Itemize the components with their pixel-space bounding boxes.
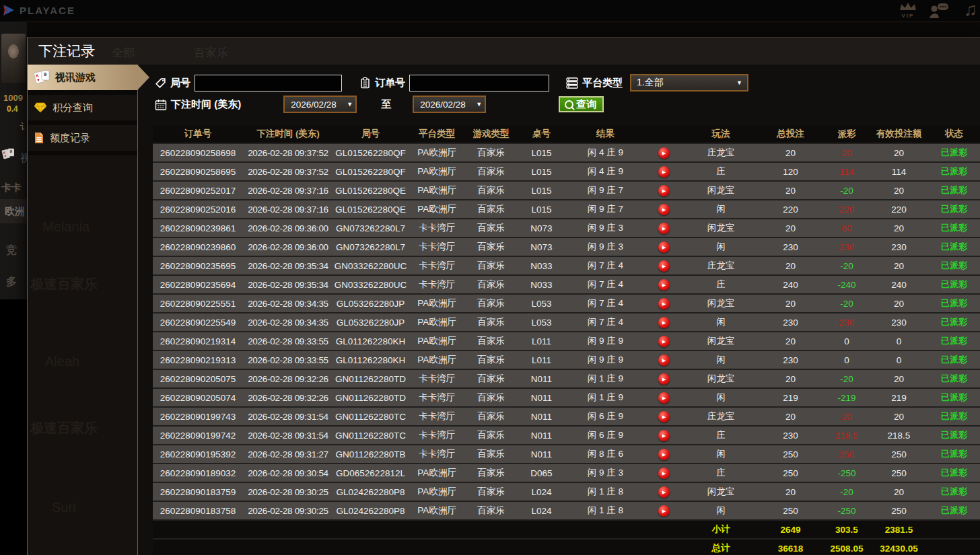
cell-table-no: N073 — [516, 238, 567, 256]
replay-button[interactable]: ▶ — [658, 430, 670, 441]
replay-button[interactable]: ▶ — [658, 486, 670, 498]
cell-status: 已派彩 — [927, 182, 980, 199]
date-from-select[interactable]: 2026/02/28 ▼ — [283, 96, 357, 113]
cell-bet-time: 2026-02-28 09:36:00 — [243, 219, 333, 237]
cell-platform: PA欧洲厅 — [408, 295, 466, 312]
sidebar-item-credit-records[interactable]: 额度记录 — [28, 125, 137, 151]
table-row: 260228090235694 2026-02-28 09:35:34 GN03… — [153, 276, 980, 295]
cell-status: 已派彩 — [927, 200, 980, 218]
cell-round-id: GN033262280UC — [333, 276, 408, 293]
cell-result: 闲 4 庄 9 — [567, 144, 644, 161]
order-number-input[interactable] — [409, 75, 549, 91]
cell-table-no: L011 — [516, 351, 567, 369]
cell-play-type: 闲龙宝 — [683, 370, 759, 387]
cell-total-bet: 230 — [759, 427, 823, 444]
cell-platform: PA欧洲厅 — [408, 351, 466, 369]
ghost-text: 极速百家乐 — [30, 275, 98, 293]
cell-payout: 20 — [823, 144, 871, 161]
round-number-input[interactable] — [195, 75, 342, 91]
support-chat-button[interactable] — [929, 3, 949, 22]
sidebar-item-video-games[interactable]: K ♥ 9 视讯游戏 — [28, 65, 137, 90]
cell-status: 已派彩 — [927, 389, 980, 406]
cell-bet-time: 2026-02-28 09:30:25 — [243, 502, 333, 519]
cell-valid-bet: 114 — [871, 163, 927, 180]
search-button[interactable]: 查询 — [559, 96, 604, 112]
cell-total-bet: 219 — [759, 389, 823, 406]
replay-button[interactable]: ▶ — [658, 468, 670, 479]
cell-order-id: 260228090252017 — [153, 182, 243, 199]
replay-button[interactable]: ▶ — [658, 298, 670, 309]
cell-play-type: 庄 — [683, 163, 759, 180]
replay-button[interactable]: ▶ — [658, 355, 670, 366]
cell-round-id: GL015262280QE — [333, 200, 408, 218]
cell-play-type: 庄 — [683, 427, 759, 444]
cell-round-id: GL053262280JP — [333, 313, 408, 331]
cell-status: 已派彩 — [927, 408, 980, 425]
replay-button[interactable]: ▶ — [658, 317, 670, 328]
cell-game-type: 百家乐 — [466, 219, 516, 237]
music-button[interactable]: ♫ — [964, 0, 977, 20]
cell-replay: ▶ — [644, 163, 683, 180]
ghost-text: Aleah — [45, 354, 79, 369]
table-row: 260228090219313 2026-02-28 09:33:55 GL01… — [153, 351, 980, 370]
replay-button[interactable]: ▶ — [658, 392, 670, 404]
background-fill — [0, 299, 27, 555]
replay-button[interactable]: ▶ — [658, 204, 670, 215]
cell-total-bet: 20 — [759, 408, 823, 425]
replay-button[interactable]: ▶ — [658, 449, 670, 460]
sidebar-item-points-query[interactable]: 积分查询 — [28, 95, 137, 120]
cell-replay: ▶ — [644, 445, 683, 463]
cell-game-type: 百家乐 — [466, 200, 516, 218]
cell-play-type: 闲龙宝 — [683, 332, 759, 350]
cell-bet-time: 2026-02-28 09:34:35 — [243, 313, 333, 331]
vip-button[interactable]: VIP — [894, 2, 922, 19]
table-row: 260228090252016 2026-02-28 09:37:16 GL01… — [153, 200, 980, 219]
col-header-result: 结果 — [567, 125, 644, 143]
cell-replay: ▶ — [644, 276, 683, 293]
cell-bet-time: 2026-02-28 09:37:16 — [243, 182, 333, 199]
cell-payout: 230 — [823, 238, 871, 256]
svg-text:9: 9 — [44, 71, 46, 77]
cell-play-type: 庄龙宝 — [683, 257, 759, 274]
platform-type-select[interactable]: 1.全部 ▼ — [630, 74, 748, 91]
cell-valid-bet: 20 — [871, 144, 927, 161]
replay-button[interactable]: ▶ — [658, 279, 670, 291]
table-header-row: 订单号 下注时间 (美东) 局号 平台类型 游戏类型 桌号 结果 玩法 总投注 … — [153, 125, 980, 144]
cell-play-type: 闲龙宝 — [683, 483, 759, 501]
cell-bet-time: 2026-02-28 09:32:26 — [243, 389, 333, 406]
cell-replay: ▶ — [644, 219, 683, 237]
replay-button[interactable]: ▶ — [658, 505, 670, 517]
replay-button[interactable]: ▶ — [658, 223, 670, 234]
grand-total-valid-bet: 32430.05 — [871, 540, 927, 555]
ghost-text: 极速百家乐 — [30, 419, 98, 437]
table-row: 260228090252017 2026-02-28 09:37:16 GL01… — [153, 182, 980, 200]
date-to-select[interactable]: 2026/02/28 ▼ — [413, 96, 486, 113]
cell-play-type: 庄龙宝 — [683, 144, 759, 161]
replay-button[interactable]: ▶ — [658, 147, 670, 159]
replay-button[interactable]: ▶ — [658, 242, 670, 253]
table-row: 260228090239861 2026-02-28 09:36:00 GN07… — [153, 219, 980, 238]
table-row: 260228090225551 2026-02-28 09:34:35 GL05… — [153, 295, 980, 313]
cell-platform: 卡卡湾厅 — [408, 370, 466, 387]
replay-button[interactable]: ▶ — [658, 373, 670, 385]
platform-type-value: 1.全部 — [637, 77, 664, 89]
tag-icon — [155, 77, 166, 89]
cell-round-id: GL011262280KH — [333, 332, 408, 350]
cell-bet-time: 2026-02-28 09:37:16 — [243, 200, 333, 218]
cell-round-id: GD0652622812L — [333, 464, 408, 482]
replay-button[interactable]: ▶ — [658, 260, 670, 272]
replay-button[interactable]: ▶ — [658, 185, 670, 196]
cell-round-id: GN073262280L7 — [333, 219, 408, 237]
replay-button[interactable]: ▶ — [658, 336, 670, 347]
cell-valid-bet: 250 — [871, 502, 927, 519]
table-row: 260228090219314 2026-02-28 09:33:55 GL01… — [153, 332, 980, 351]
cell-game-type: 百家乐 — [466, 313, 516, 331]
cell-play-type: 闲龙宝 — [683, 219, 759, 237]
replay-button[interactable]: ▶ — [658, 166, 670, 178]
replay-button[interactable]: ▶ — [658, 411, 670, 422]
cell-table-no: N033 — [516, 276, 567, 293]
col-header-bet-time: 下注时间 (美东) — [243, 125, 333, 143]
cell-order-id: 260228090239860 — [153, 238, 243, 256]
cell-bet-time: 2026-02-28 09:33:55 — [243, 351, 333, 369]
nav-partial: 卡卡 — [1, 182, 22, 194]
